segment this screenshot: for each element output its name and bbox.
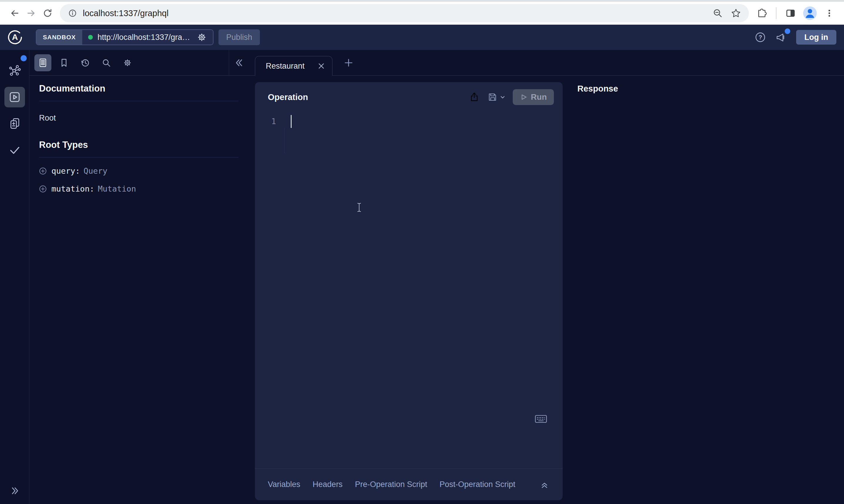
address-url[interactable]: localhost:1337/graphql bbox=[83, 8, 712, 18]
collapse-docs-button[interactable] bbox=[234, 57, 245, 68]
login-button[interactable]: Log in bbox=[796, 30, 837, 44]
svg-text:?: ? bbox=[759, 34, 762, 40]
line-number-gutter: 1 bbox=[255, 115, 284, 468]
field-name[interactable]: mutation: bbox=[51, 184, 94, 193]
browser-actions bbox=[754, 5, 838, 21]
field-type[interactable]: Mutation bbox=[98, 184, 136, 193]
kebab-menu-icon bbox=[824, 8, 834, 18]
browser-menu-button[interactable] bbox=[821, 5, 838, 21]
docs-tool-search[interactable] bbox=[98, 54, 115, 71]
docs-toolbar bbox=[29, 50, 229, 75]
field-type[interactable]: Query bbox=[84, 166, 107, 176]
gear-icon bbox=[122, 58, 133, 68]
side-panel-button[interactable] bbox=[782, 5, 799, 21]
header-right-actions: ? Log in bbox=[754, 30, 837, 44]
publish-button[interactable]: Publish bbox=[219, 29, 260, 45]
rail-item-changes[interactable] bbox=[4, 113, 25, 134]
help-button[interactable]: ? bbox=[754, 31, 767, 44]
tab-restaurant[interactable]: Restaurant bbox=[255, 56, 332, 76]
browser-forward-button[interactable] bbox=[23, 5, 39, 21]
extensions-puzzle-icon bbox=[757, 8, 767, 18]
endpoint-url-input[interactable]: http://localhost:1337/gra… bbox=[82, 30, 213, 44]
rail-item-checks[interactable] bbox=[4, 140, 25, 160]
share-operation-button[interactable] bbox=[469, 92, 480, 102]
docs-tool-history[interactable] bbox=[76, 54, 94, 71]
svg-text:A: A bbox=[12, 33, 18, 42]
connection-status-icon bbox=[88, 35, 93, 40]
profile-button[interactable] bbox=[802, 5, 818, 21]
chevrons-up-icon bbox=[540, 480, 549, 489]
rail-item-explorer[interactable] bbox=[4, 87, 25, 107]
screen: localhost:1337/graphql bbox=[0, 0, 844, 504]
root-types-title: Root Types bbox=[39, 140, 239, 150]
browser-reload-button[interactable] bbox=[39, 5, 56, 21]
workspace: Restaurant bbox=[0, 50, 844, 504]
mouse-ibeam-cursor bbox=[357, 202, 362, 212]
chevron-down-icon bbox=[500, 95, 505, 100]
plus-icon bbox=[343, 57, 354, 68]
rail-item-schema[interactable] bbox=[4, 60, 25, 81]
save-operation-button[interactable] bbox=[487, 92, 505, 102]
run-play-icon bbox=[520, 93, 528, 101]
toolbar-separator bbox=[776, 7, 776, 19]
operation-panel: Operation bbox=[255, 82, 563, 500]
schema-graph-icon bbox=[8, 64, 21, 77]
plus-circle-icon[interactable] bbox=[39, 167, 47, 175]
documentation-panel: Documentation Root Root Types query:Quer… bbox=[29, 76, 254, 504]
docs-tool-documentation[interactable] bbox=[34, 54, 51, 71]
site-info-icon[interactable] bbox=[68, 8, 77, 18]
announcements-button[interactable] bbox=[775, 31, 788, 44]
chevrons-left-icon bbox=[234, 57, 245, 68]
divider bbox=[39, 101, 239, 101]
main-area: Restaurant bbox=[29, 50, 844, 504]
keyboard-shortcuts-button[interactable] bbox=[534, 414, 547, 424]
announcements-badge bbox=[785, 29, 790, 34]
help-question-icon: ? bbox=[754, 31, 767, 44]
divider bbox=[39, 157, 239, 158]
operation-editor[interactable]: 1 bbox=[255, 105, 563, 468]
profile-avatar-icon bbox=[803, 6, 817, 20]
new-tab-button[interactable] bbox=[343, 57, 354, 68]
close-icon bbox=[317, 62, 325, 70]
changes-diff-icon bbox=[8, 118, 21, 130]
run-button[interactable]: Run bbox=[513, 89, 554, 105]
connection-settings-gear-icon[interactable] bbox=[196, 32, 207, 42]
plus-circle-icon[interactable] bbox=[39, 185, 47, 193]
text-caret bbox=[291, 115, 292, 128]
left-rail bbox=[0, 50, 29, 504]
browser-back-button[interactable] bbox=[6, 5, 23, 21]
sandbox-chip: SANDBOX bbox=[36, 30, 82, 44]
root-type-row-query[interactable]: query:Query bbox=[39, 166, 239, 176]
response-panel: Response bbox=[563, 76, 844, 504]
address-bar[interactable]: localhost:1337/graphql bbox=[60, 4, 749, 22]
tab-variables[interactable]: Variables bbox=[268, 480, 300, 489]
apollo-header: A SANDBOX http://localhost:1337/gra… Pub… bbox=[0, 25, 844, 50]
apollo-logo-icon[interactable]: A bbox=[7, 30, 22, 44]
chevrons-right-icon bbox=[9, 485, 20, 497]
zoom-out-indicator-icon[interactable] bbox=[712, 8, 723, 18]
endpoint-url-text[interactable]: http://localhost:1337/gra… bbox=[98, 33, 190, 42]
documentation-icon bbox=[38, 58, 48, 68]
toolbar-row: Restaurant bbox=[29, 50, 844, 76]
docs-tool-saved[interactable] bbox=[55, 54, 72, 71]
expand-footer-button[interactable] bbox=[540, 480, 549, 489]
root-link[interactable]: Root bbox=[39, 113, 56, 123]
explorer-play-icon bbox=[8, 91, 21, 103]
extensions-button[interactable] bbox=[754, 5, 770, 21]
checkmark-icon bbox=[8, 143, 21, 156]
line-number: 1 bbox=[271, 117, 276, 126]
operation-header: Operation bbox=[255, 82, 563, 105]
tab-post-operation-script[interactable]: Post-Operation Script bbox=[440, 480, 515, 489]
tab-headers[interactable]: Headers bbox=[313, 480, 343, 489]
keyboard-icon bbox=[534, 414, 547, 424]
endpoint-pill: SANDBOX http://localhost:1337/gra… bbox=[36, 29, 213, 45]
tab-pre-operation-script[interactable]: Pre-Operation Script bbox=[355, 480, 427, 489]
operation-footer: Variables Headers Pre-Operation Script P… bbox=[255, 468, 563, 500]
root-type-row-mutation[interactable]: mutation:Mutation bbox=[39, 184, 239, 193]
bookmark-star-icon[interactable] bbox=[731, 8, 741, 18]
expand-rail-button[interactable] bbox=[9, 485, 20, 497]
field-name[interactable]: query: bbox=[51, 166, 80, 176]
docs-tool-settings[interactable] bbox=[119, 54, 136, 71]
close-tab-button[interactable] bbox=[317, 62, 325, 70]
share-icon bbox=[469, 92, 480, 102]
